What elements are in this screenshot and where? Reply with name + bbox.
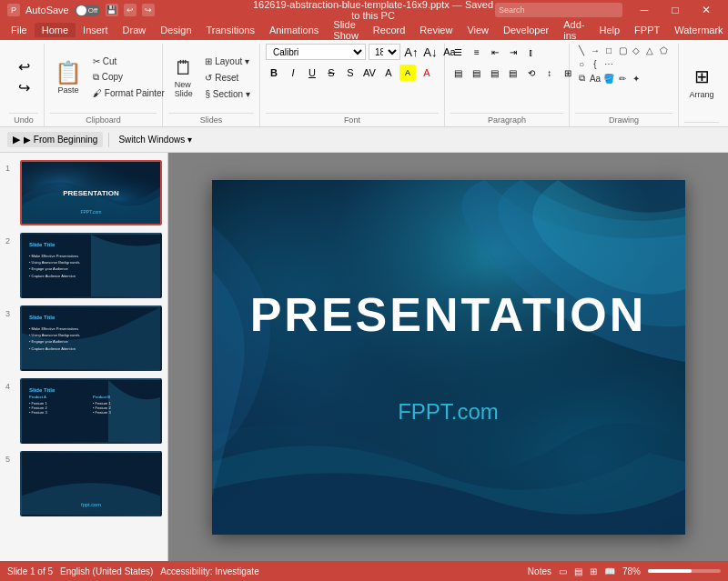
numbering-button[interactable]: ≡ [469, 44, 485, 60]
align-center-button[interactable]: ▤ [469, 65, 485, 81]
zoom-slider[interactable] [648, 569, 721, 573]
slide-panel[interactable]: 1 [0, 153, 168, 561]
align-left-button[interactable]: ▤ [450, 65, 467, 81]
menu-record[interactable]: Record [366, 23, 412, 37]
redo-icon[interactable]: ↪ [142, 4, 155, 16]
slide-thumb-5[interactable]: 5 fppt.com [5, 451, 162, 516]
slide-main-title[interactable]: PRESENTATION [250, 287, 647, 342]
line-shape[interactable]: ╲ [575, 44, 588, 56]
slide-preview-2[interactable]: Slide Title • Make Effective Presentatio… [20, 233, 162, 298]
copy-button[interactable]: ⧉ Copy [89, 70, 168, 85]
layout-button[interactable]: ⊞ Layout ▾ [201, 55, 253, 68]
align-right-button[interactable]: ▤ [487, 65, 503, 81]
from-beginning-button[interactable]: ▶ ▶ From Beginning [7, 132, 103, 147]
clipboard-group: 📋 Paste ✂ Cut ⧉ Copy 🖌 Format Painter Cl… [45, 44, 163, 126]
menu-addins[interactable]: Add-ins [556, 17, 592, 43]
redo-button[interactable]: ↪ [12, 79, 35, 97]
char-spacing-button[interactable]: AV [361, 65, 378, 81]
text-color-button[interactable]: A [419, 65, 435, 81]
slide-preview-4[interactable]: Slide Title Product A • Feature 1 • Feat… [20, 378, 162, 444]
arrange-button[interactable]: ⧉ [575, 72, 588, 85]
view-sorter[interactable]: ⊞ [590, 566, 597, 576]
columns-button[interactable]: ⫿ [523, 44, 540, 60]
menu-developer[interactable]: Developer [496, 23, 556, 37]
italic-button[interactable]: I [285, 65, 301, 81]
bold-button[interactable]: B [266, 65, 282, 81]
quick-styles[interactable]: Aa [589, 72, 602, 85]
text-direction-button[interactable]: ⟲ [523, 65, 540, 81]
fill-color[interactable]: 🪣 [602, 72, 615, 85]
search-box[interactable]: Search [495, 3, 622, 17]
slide3-bullets: • Make Effective Presentations • Using A… [29, 326, 80, 352]
format-painter-button[interactable]: 🖌 Format Painter [89, 86, 168, 100]
arrange-icon[interactable]: ⊞ [694, 65, 710, 87]
pentagon-shape[interactable]: ⬠ [657, 44, 670, 56]
menu-draw[interactable]: Draw [116, 23, 154, 37]
close-button[interactable]: ✕ [692, 0, 721, 20]
font-color-button[interactable]: A [380, 65, 397, 81]
slide-main-subtitle[interactable]: FPPT.com [398, 399, 499, 425]
paste-button[interactable]: 📋 Paste [50, 57, 86, 97]
more-shapes[interactable]: ⋯ [602, 57, 615, 70]
increase-font-button[interactable]: A↑ [403, 44, 420, 60]
effects-button[interactable]: ✦ [630, 72, 642, 85]
slide-preview-3[interactable]: Slide Title • Make Effective Presentatio… [20, 306, 162, 371]
align-text-button[interactable]: ↕ [541, 65, 558, 81]
circle-shape[interactable]: ○ [575, 57, 588, 70]
menu-fppt[interactable]: FPPT [627, 23, 667, 37]
undo-button[interactable]: ↩ [12, 58, 35, 76]
menu-slideshow[interactable]: Slide Show [326, 17, 366, 43]
font-size-select[interactable]: 18 [369, 44, 400, 60]
slide-preview-5[interactable]: fppt.com [20, 451, 162, 516]
reset-button[interactable]: ↺ Reset [201, 71, 253, 85]
diamond-shape[interactable]: ◇ [630, 44, 642, 56]
menu-view[interactable]: View [460, 23, 496, 37]
section-button[interactable]: § Section ▾ [201, 87, 253, 101]
autosave-label: AutoSave [25, 5, 69, 15]
undo-icon[interactable]: ↩ [124, 4, 136, 16]
view-outline[interactable]: ▤ [574, 566, 582, 576]
strikethrough-button[interactable]: S [323, 65, 339, 81]
menu-watermark[interactable]: Watermark [667, 23, 728, 37]
menu-file[interactable]: File [4, 23, 35, 37]
slide-thumb-4[interactable]: 4 Slide Title Product A • Feature 1 • Fe… [5, 378, 162, 444]
switch-windows-button[interactable]: Switch Windows ▾ [115, 133, 196, 146]
shadow-button[interactable]: S [342, 65, 359, 81]
view-normal[interactable]: ▭ [559, 566, 567, 576]
menu-help[interactable]: Help [592, 23, 627, 37]
new-slide-button[interactable]: 🗒 NewSlide [168, 54, 199, 101]
decrease-font-button[interactable]: A↓ [422, 44, 439, 60]
bullets-button[interactable]: ☰ [450, 44, 467, 60]
autosave-toggle[interactable]: Off [75, 5, 100, 16]
curly-shape[interactable]: { [589, 57, 602, 70]
menu-home[interactable]: Home [35, 23, 76, 37]
slide-preview-1[interactable]: PRESENTATION FPPT.com [20, 160, 162, 225]
highlight-button[interactable]: A [399, 65, 416, 81]
cut-button[interactable]: ✂ Cut [89, 55, 168, 68]
outline-color[interactable]: ✏ [616, 72, 629, 85]
view-reading[interactable]: 📖 [604, 566, 615, 576]
main-slide-canvas[interactable]: PRESENTATION FPPT.com [212, 180, 685, 535]
restore-button[interactable]: □ [661, 0, 690, 20]
menu-insert[interactable]: Insert [76, 23, 116, 37]
slide-thumb-1[interactable]: 1 [5, 160, 162, 225]
minimize-button[interactable]: ─ [630, 0, 659, 20]
menu-design[interactable]: Design [153, 23, 198, 37]
justify-button[interactable]: ▤ [505, 65, 521, 81]
triangle-shape[interactable]: △ [643, 44, 656, 56]
menu-transitions[interactable]: Transitions [199, 23, 262, 37]
notes-button[interactable]: Notes [528, 566, 551, 576]
arrow-shape[interactable]: → [589, 44, 602, 56]
menu-animations[interactable]: Animations [262, 23, 326, 37]
slide-thumb-2[interactable]: 2 Slide Title • Make Effective Presentat… [5, 233, 162, 298]
increase-indent-button[interactable]: ⇥ [505, 44, 521, 60]
save-icon[interactable]: 💾 [106, 4, 118, 16]
decrease-indent-button[interactable]: ⇤ [487, 44, 503, 60]
rect-shape[interactable]: □ [602, 44, 615, 56]
font-name-select[interactable]: Calibri [266, 44, 366, 60]
underline-button[interactable]: U [304, 65, 320, 81]
menu-review[interactable]: Review [412, 23, 460, 37]
arrange-group-label [684, 122, 719, 126]
rounded-rect-shape[interactable]: ▢ [616, 44, 629, 56]
slide-thumb-3[interactable]: 3 Slide Title • Make Effective Presentat… [5, 306, 162, 371]
